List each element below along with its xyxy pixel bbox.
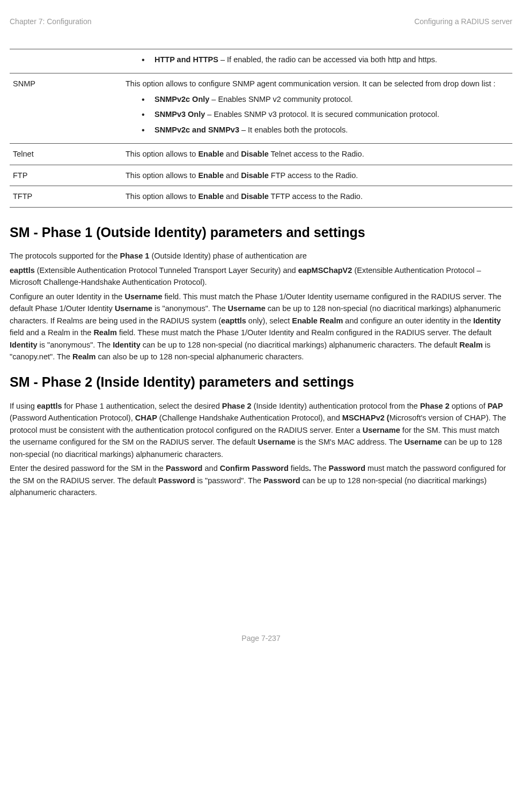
list-item: HTTP and HTTPS – If enabled, the radio c… <box>142 54 509 65</box>
paragraph: Configure an outer Identity in the Usern… <box>10 291 512 363</box>
bullet-list: SNMPv2c Only – Enables SNMP v2 community… <box>126 93 509 136</box>
text: FTP access to the Radio. <box>269 171 358 180</box>
table-row: FTP This option allows to Enable and Dis… <box>10 165 512 186</box>
text: and <box>224 150 241 158</box>
list-item: SNMPv3 Only – Enables SNMP v3 protocol. … <box>142 108 509 120</box>
cell-content: This option allows to Enable and Disable… <box>122 165 512 186</box>
cell-label: TFTP <box>10 186 122 207</box>
table-row: Telnet This option allows to Enable and … <box>10 144 512 165</box>
term: SNMPv2c Only <box>155 95 209 104</box>
term: HTTP and HTTPS <box>155 55 218 64</box>
cell-label: Telnet <box>10 144 122 165</box>
term: Disable <box>241 192 269 201</box>
bullet-list: HTTP and HTTPS – If enabled, the radio c… <box>126 54 509 65</box>
cell-content: HTTP and HTTPS – If enabled, the radio c… <box>122 49 512 73</box>
cell-content: This option allows to configure SNMP age… <box>122 73 512 144</box>
list-item: SNMPv2c Only – Enables SNMP v2 community… <box>142 93 509 105</box>
text: – Enables SNMP v2 community protocol. <box>209 95 352 104</box>
paragraph: Enter the desired password for the SM in… <box>10 462 512 498</box>
list-item: SNMPv2c and SNMPv3 – It enables both the… <box>142 124 509 136</box>
term: SNMPv2c and SNMPv3 <box>155 126 239 134</box>
text: and <box>224 192 241 201</box>
text: This option allows to <box>126 150 198 158</box>
config-table: HTTP and HTTPS – If enabled, the radio c… <box>10 49 512 208</box>
text: – Enables SNMP v3 protocol. It is secure… <box>205 110 439 119</box>
term: Disable <box>241 171 269 180</box>
paragraph: If using eapttls for Phase 1 authenticat… <box>10 400 512 460</box>
paragraph: eapttls (Extensible Authentication Proto… <box>10 264 512 289</box>
table-row: HTTP and HTTPS – If enabled, the radio c… <box>10 49 512 73</box>
cell-content: This option allows to Enable and Disable… <box>122 144 512 165</box>
cell-label <box>10 49 122 73</box>
cell-label: SNMP <box>10 73 122 144</box>
header-left: Chapter 7: Configuration <box>10 16 92 27</box>
term: Disable <box>241 150 269 158</box>
text: and <box>224 171 241 180</box>
cell-label: FTP <box>10 165 122 186</box>
section2-body: If using eapttls for Phase 1 authenticat… <box>10 400 512 499</box>
section-heading-phase2: SM - Phase 2 (Inside Identity) parameter… <box>10 372 512 393</box>
page-footer: Page 7-237 <box>10 633 512 644</box>
table-row: TFTP This option allows to Enable and Di… <box>10 186 512 207</box>
section-heading-phase1: SM - Phase 1 (Outside Identity) paramete… <box>10 223 512 243</box>
text: Telnet access to the Radio. <box>269 150 364 158</box>
table-row: SNMP This option allows to configure SNM… <box>10 73 512 144</box>
term: Enable <box>198 192 224 201</box>
term: SNMPv3 Only <box>155 110 205 119</box>
text: TFTP access to the Radio. <box>269 192 363 201</box>
term: Enable <box>198 150 224 158</box>
cell-content: This option allows to Enable and Disable… <box>122 186 512 207</box>
section1-body: The protocols supported for the Phase 1 … <box>10 250 512 363</box>
page-header: Chapter 7: Configuration Configuring a R… <box>10 16 512 27</box>
text: This option allows to <box>126 171 198 180</box>
text: – If enabled, the radio can be accessed … <box>218 55 437 64</box>
intro-text: This option allows to configure SNMP age… <box>126 78 509 90</box>
header-right: Configuring a RADIUS server <box>414 16 512 27</box>
term: Enable <box>198 171 224 180</box>
text: – It enables both the protocols. <box>239 126 348 134</box>
paragraph: The protocols supported for the Phase 1 … <box>10 250 512 262</box>
text: This option allows to <box>126 192 198 201</box>
